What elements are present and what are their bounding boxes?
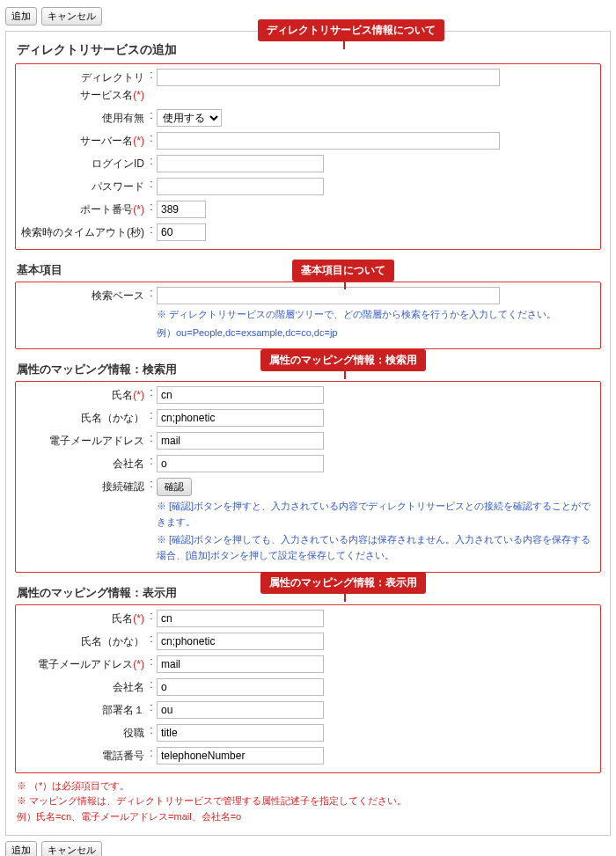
label-s3-name: 氏名 [112, 389, 133, 401]
s4-tel-input[interactable] [157, 747, 324, 765]
section-basic: 検索ベース : ※ ディレクトリサービスの階層ツリーで、どの階層から検索を行うか… [15, 282, 601, 349]
section-directory-info: ディレクトリ サービス名(*) : 使用有無 : 使用する サーバー名(*) :… [15, 63, 601, 250]
search-base-input[interactable] [157, 287, 500, 304]
help-search-base-1: ※ ディレクトリサービスの階層ツリーで、どの階層から検索を行うかを入力してくださ… [157, 304, 597, 323]
page-title: ディレクトリサービスの追加 [15, 39, 601, 63]
login-input[interactable] [157, 155, 324, 172]
label-server: サーバー名 [80, 135, 133, 147]
label-s4-tel: 電話番号 [19, 747, 148, 765]
s4-company-input[interactable] [157, 678, 324, 696]
label-s4-company: 会社名 [19, 678, 148, 696]
s4-name-input[interactable] [157, 610, 324, 627]
content-panel: ディレクトリサービスの追加 ディレクトリ サービス名(*) : 使用有無 : 使… [5, 31, 611, 836]
s4-email-input[interactable] [157, 655, 324, 673]
label-s4-name: 氏名 [112, 612, 133, 625]
cancel-button-bottom[interactable]: キャンセル [41, 841, 102, 856]
footer-1: ※ （*）は必須項目です。 [17, 779, 599, 794]
label-dir-name: ディレクトリ サービス名(*) [19, 69, 148, 104]
label-s4-email: 電子メールアドレス [38, 658, 133, 670]
label-s4-kana: 氏名（かな） [19, 633, 148, 650]
label-s3-kana: 氏名（かな） [19, 409, 148, 427]
dir-name-input[interactable] [157, 69, 500, 86]
s3-kana-input[interactable] [157, 409, 324, 427]
port-input[interactable] [157, 201, 206, 218]
use-select[interactable]: 使用する [157, 109, 222, 127]
s4-kana-input[interactable] [157, 633, 324, 650]
callout-mapping-display: 属性のマッピング情報：表示用 [260, 572, 426, 594]
label-s3-conn: 接続確認 [19, 478, 148, 495]
help-conn-2: ※ [確認]ボタンを押しても、入力されている内容は保存されません。入力されている… [157, 530, 597, 563]
label-login: ログインID [19, 155, 148, 172]
add-button-bottom[interactable]: 追加 [5, 841, 37, 856]
timeout-input[interactable] [157, 223, 206, 241]
confirm-button[interactable]: 確認 [157, 478, 192, 496]
password-input[interactable] [157, 178, 324, 195]
footer-3: 例）氏名=cn、電子メールアドレス=mail、会社名=o [17, 809, 599, 825]
label-password: パスワード [19, 178, 148, 195]
label-s4-dept: 部署名１ [19, 701, 148, 719]
add-button[interactable]: 追加 [5, 7, 37, 26]
s3-company-input[interactable] [157, 455, 324, 472]
label-s3-email: 電子メールアドレス [19, 432, 148, 450]
callout-mapping-search: 属性のマッピング情報：検索用 [260, 349, 426, 371]
section-mapping-search: 氏名(*) : 氏名（かな） : 電子メールアドレス : 会社名 : 接続確認 … [15, 381, 601, 572]
help-conn-1: ※ [確認]ボタンを押すと、入力されている内容でディレクトリサービスとの接続を確… [157, 496, 597, 530]
label-s4-role: 役職 [19, 724, 148, 742]
cancel-button[interactable]: キャンセル [41, 7, 102, 26]
help-search-base-2: 例）ou=People,dc=exsample,dc=co,dc=jp [157, 323, 597, 341]
label-use: 使用有無 [19, 109, 148, 127]
label-timeout: 検索時のタイムアウト(秒) [19, 223, 148, 241]
section-mapping-display: 氏名(*) : 氏名（かな） : 電子メールアドレス(*) : 会社名 : 部署… [15, 604, 601, 773]
footer-notes: ※ （*）は必須項目です。 ※ マッピング情報は、ディレクトリサービスで管理する… [15, 773, 601, 827]
callout-directory-info: ディレクトリサービス情報について [258, 19, 444, 41]
label-port: ポート番号 [80, 203, 133, 216]
s3-email-input[interactable] [157, 432, 324, 450]
s4-role-input[interactable] [157, 724, 324, 742]
server-input[interactable] [157, 132, 500, 150]
label-s3-company: 会社名 [19, 455, 148, 472]
callout-basic: 基本項目について [292, 260, 394, 282]
label-search-base: 検索ベース [19, 287, 148, 304]
s3-name-input[interactable] [157, 386, 324, 404]
s4-dept-input[interactable] [157, 701, 324, 719]
footer-2: ※ マッピング情報は、ディレクトリサービスで管理する属性記述子を指定してください… [17, 794, 599, 809]
